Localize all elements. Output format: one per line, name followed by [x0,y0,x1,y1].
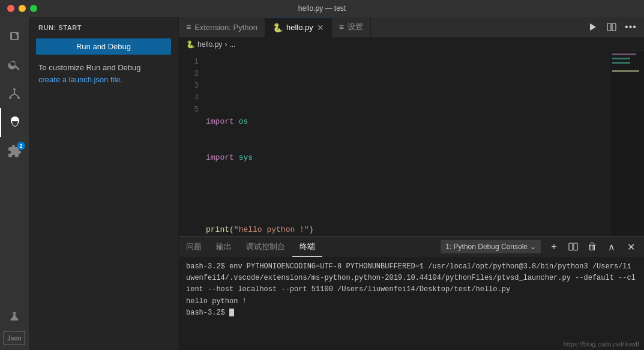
panel-tab-output[interactable]: 输出 [209,237,239,257]
terminal-line-1: bash-3.2$ env PYTHONIOENCODING=UTF-8 PYT… [186,261,637,273]
run-debug-button[interactable]: Run and Debug [36,38,171,55]
svg-rect-10 [574,243,577,250]
code-line-1 [206,80,611,92]
tab-label-settings: 设置 [348,22,363,32]
panel-tab-terminal[interactable]: 终端 [292,237,322,257]
svg-point-0 [13,88,16,91]
svg-point-1 [9,97,11,99]
panel-tab-actions: 1: Python Debug Console ⌄ + 🗑 ∧ ✕ [438,237,644,257]
panel-tab-label-terminal: 终端 [299,241,315,252]
activity-icon-flask[interactable] [0,304,29,328]
main-layout: 2 Json RUN: START Run and Debug To custo… [0,17,644,350]
svg-point-2 [17,97,20,99]
minimap [611,51,644,236]
tab-actions: ••• [584,17,644,37]
panel-tab-label-problems: 问题 [186,241,202,252]
activity-bar-bottom: Json [0,304,29,345]
tab-extension-python[interactable]: ≡ Extension: Python [179,17,265,37]
activity-icon-debug[interactable] [0,108,29,137]
breadcrumb: 🐍 hello.py › ... [179,38,644,51]
panel-tab-label-output: 输出 [216,241,232,252]
sidebar-header: RUN: START [29,17,178,36]
svg-rect-7 [607,23,611,31]
activity-icon-extensions[interactable]: 2 [0,137,29,166]
panel-tab-label-debug: 调试控制台 [246,241,285,252]
editor-area: ≡ Extension: Python 🐍 hello.py ✕ ≡ 设置 [179,17,644,350]
tab-label-hello: hello.py [286,23,313,32]
activity-icon-search[interactable] [0,50,29,79]
line-numbers: 1 2 3 4 5 [179,51,206,236]
terminal-line-5: bash-3.2$ [186,307,637,319]
svg-rect-9 [569,243,573,250]
add-terminal-button[interactable]: + [546,238,562,255]
traffic-lights [7,5,37,12]
panel-tab-problems[interactable]: 问题 [179,237,209,257]
tab-icon-hello: 🐍 [272,23,283,32]
maximize-panel-button[interactable]: ∧ [603,238,620,255]
terminal-selector-label: 1: Python Debug Console [445,243,528,251]
split-editor-button[interactable] [603,19,620,35]
tab-icon-extension: ≡ [186,22,191,32]
code-line-3: import sys [206,152,611,164]
terminal-line-3: ient --host localhost --port 51100 /User… [186,284,637,295]
code-content[interactable]: import os import sys print("hello python… [206,51,611,236]
tab-close-hello[interactable]: ✕ [317,23,324,32]
panel: 问题 输出 调试控制台 终端 1: Python Debug Console ⌄… [179,236,644,350]
sidebar-hint-text: To customize Run and Debug [38,63,141,72]
activity-icon-git[interactable] [0,79,29,108]
code-line-5: print("hello python !") [206,224,611,236]
sidebar-hint: To customize Run and Debug create a laun… [29,62,178,85]
launch-json-link[interactable]: create a launch.json file. [38,75,122,84]
breadcrumb-separator: › [224,40,227,49]
activity-bar: 2 Json [0,17,29,350]
watermark: https://blog.csdn.net/liuwff [564,340,639,348]
window-title: hello.py — test [298,4,346,13]
split-terminal-button[interactable] [565,238,582,255]
breadcrumb-file: hello.py [197,40,222,49]
terminal-content[interactable]: bash-3.2$ env PYTHONIOENCODING=UTF-8 PYT… [179,258,644,350]
activity-icon-files[interactable] [0,22,29,50]
minimize-button[interactable] [19,5,26,12]
tab-bar: ≡ Extension: Python 🐍 hello.py ✕ ≡ 设置 [179,17,644,38]
close-button[interactable] [7,5,14,12]
tab-label-extension: Extension: Python [194,23,257,32]
maximize-button[interactable] [30,5,37,12]
run-action-button[interactable] [584,19,601,35]
extensions-badge: 2 [17,142,25,150]
tab-icon-settings: ≡ [339,22,344,32]
svg-line-4 [10,94,14,97]
breadcrumb-context: ... [229,40,235,49]
tab-hello-py[interactable]: 🐍 hello.py ✕ [265,17,332,37]
activity-icon-json[interactable]: Json [4,331,25,345]
svg-line-5 [14,94,19,97]
svg-marker-6 [590,23,596,31]
title-bar: hello.py — test [0,0,644,17]
terminal-line-2: uwenfei14/.vscode/extensions/ms-python.p… [186,273,637,284]
terminal-line-4: hello python ! [186,296,637,307]
more-actions-button[interactable]: ••• [622,19,639,35]
tab-settings[interactable]: ≡ 设置 [332,17,371,37]
code-line-2: import os [206,116,611,128]
close-panel-button[interactable]: ✕ [622,238,639,255]
svg-rect-8 [612,23,616,31]
code-editor[interactable]: 1 2 3 4 5 import os import sys print("he… [179,51,644,236]
trash-terminal-button[interactable]: 🗑 [584,238,601,255]
panel-tabs: 问题 输出 调试控制台 终端 1: Python Debug Console ⌄… [179,237,644,258]
sidebar: RUN: START Run and Debug To customize Ru… [29,17,179,350]
breadcrumb-icon: 🐍 [186,40,195,49]
code-line-4 [206,188,611,200]
terminal-selector-chevron: ⌄ [530,243,536,251]
terminal-selector[interactable]: 1: Python Debug Console ⌄ [441,240,541,253]
panel-tab-debug-console[interactable]: 调试控制台 [239,237,292,257]
